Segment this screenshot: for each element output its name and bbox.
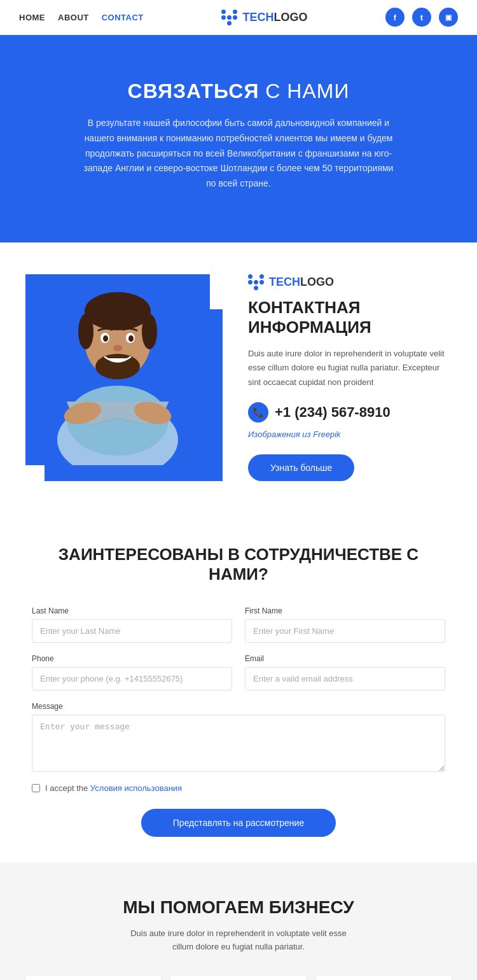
help-title: МЫ ПОМОГАЕМ БИЗНЕСУ <box>25 897 452 918</box>
phone-icon: 📞 <box>248 402 268 423</box>
social-icons: f t ▣ <box>385 8 458 27</box>
last-name-group: Last Name <box>32 606 232 643</box>
phone-label: Phone <box>32 654 232 663</box>
svg-point-8 <box>78 314 93 349</box>
first-name-input[interactable] <box>245 619 445 643</box>
email-label: Email <box>245 654 445 663</box>
help-card-office: 📍 Офис Приходите поздороваться в штаб-кв… <box>170 976 306 980</box>
logo-dots <box>221 10 237 25</box>
message-label: Message <box>32 702 445 711</box>
interested-title: ЗАИНТЕРЕСОВАНЫ В СОТРУДНИЧЕСТВЕ С НАМИ? <box>32 545 445 584</box>
contact-logo-row: TECHLOGO <box>248 274 452 290</box>
contact-info-content: TECHLOGO КОНТАКТНАЯ ИНФОРМАЦИЯ Duis aute… <box>248 268 452 481</box>
help-card-email: ✉ Диаграмма к нам Наша дружная команда г… <box>25 976 161 980</box>
hero-description: В результате нашей философии быть самой … <box>80 116 398 192</box>
last-name-label: Last Name <box>32 606 232 615</box>
svg-point-9 <box>142 314 157 349</box>
facebook-icon[interactable]: f <box>385 8 404 27</box>
message-group: Message <box>32 702 445 772</box>
submit-button[interactable]: Представлять на рассмотрение <box>141 809 336 837</box>
twitter-icon[interactable]: t <box>412 8 431 27</box>
contact-heading: КОНТАКТНАЯ ИНФОРМАЦИЯ <box>248 298 452 337</box>
contact-description: Duis aute irure dolor in reprehenderit i… <box>248 347 452 389</box>
hero-section: СВЯЗАТЬСЯ С НАМИ В результате нашей фило… <box>0 35 477 242</box>
svg-point-10 <box>95 354 140 379</box>
svg-point-13 <box>103 335 108 342</box>
terms-link[interactable]: Условия использования <box>90 783 182 793</box>
hero-title: СВЯЗАТЬСЯ С НАМИ <box>128 80 350 103</box>
help-subtitle: Duis aute irure dolor in reprehenderit i… <box>127 927 350 954</box>
instagram-icon[interactable]: ▣ <box>439 8 458 27</box>
freepik-note: Изображения из Freepik <box>248 428 452 442</box>
logo-text: TECHLOGO <box>242 11 307 24</box>
nav-home[interactable]: HOME <box>19 13 45 22</box>
nav-about[interactable]: ABOUT <box>58 13 89 22</box>
submit-wrap: Представлять на рассмотрение <box>32 809 445 837</box>
help-section: МЫ ПОМОГАЕМ БИЗНЕСУ Duis aute irure dolo… <box>0 862 477 980</box>
terms-checkbox[interactable] <box>32 784 40 792</box>
contact-logo-text: TECHLOGO <box>269 276 334 289</box>
message-textarea[interactable] <box>32 715 445 772</box>
first-name-label: First Name <box>245 606 445 615</box>
interested-section: ЗАИНТЕРЕСОВАНЫ В СОТРУДНИЧЕСТВЕ С НАМИ? … <box>0 513 477 862</box>
learn-more-button[interactable]: Узнать больше <box>248 454 354 481</box>
contact-logo-dots <box>248 274 264 290</box>
terms-label: I accept the Условия использования <box>45 783 182 793</box>
svg-point-7 <box>85 292 151 330</box>
phone-row: 📞 +1 (234) 567-8910 <box>248 402 452 423</box>
terms-row: I accept the Условия использования <box>32 783 445 793</box>
navbar: HOME ABOUT CONTACT TECHLOGO f t ▣ <box>0 0 477 35</box>
help-card-phone: 📞 Телефон пн-пт с 8:00 до 5:00 +1(555) 0… <box>316 976 452 980</box>
logo: TECHLOGO <box>221 10 307 25</box>
nav-links: HOME ABOUT CONTACT <box>19 13 144 22</box>
help-cards: ✉ Диаграмма к нам Наша дружная команда г… <box>25 976 452 980</box>
phone-number: +1 (234) 567-8910 <box>275 404 391 421</box>
name-row: Last Name First Name <box>32 606 445 643</box>
first-name-group: First Name <box>245 606 445 643</box>
contact-info-section: TECHLOGO КОНТАКТНАЯ ИНФОРМАЦИЯ Duis aute… <box>0 242 477 513</box>
freepik-link[interactable]: Freepik <box>313 430 340 439</box>
email-group: Email <box>245 654 445 690</box>
contact-image-wrap <box>25 268 223 481</box>
svg-point-14 <box>128 335 134 342</box>
nav-contact[interactable]: CONTACT <box>102 13 144 22</box>
phone-input[interactable] <box>32 667 232 690</box>
person-image <box>25 274 210 465</box>
contact-row: Phone Email <box>32 654 445 690</box>
email-input[interactable] <box>245 667 445 690</box>
last-name-input[interactable] <box>32 619 232 643</box>
phone-group: Phone <box>32 654 232 690</box>
